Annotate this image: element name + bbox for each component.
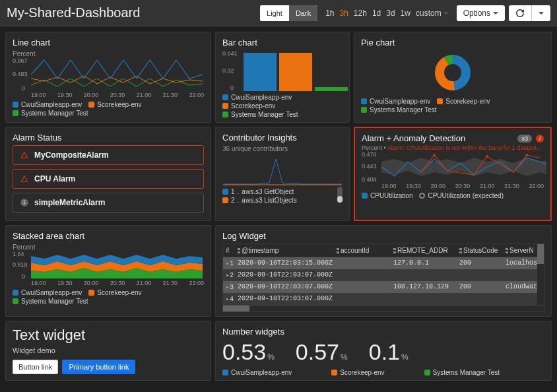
range-12h[interactable]: 12h <box>354 9 367 18</box>
legend-swatch <box>222 112 228 117</box>
horizontal-scrollbar[interactable] <box>223 305 544 311</box>
info-icon[interactable]: i <box>536 135 544 143</box>
xtick: 21:00 <box>480 183 495 189</box>
widget-title: Log Widget <box>222 231 544 241</box>
legend-label: CwuiSampleapp-env <box>231 369 292 376</box>
legend-swatch <box>13 102 18 108</box>
theme-light-button[interactable]: Light <box>260 5 289 21</box>
alarm-item[interactable]: CPU Alarm <box>13 169 204 189</box>
xtick: 21:30 <box>504 183 519 189</box>
refresh-button[interactable] <box>509 5 532 21</box>
legend-item[interactable]: CwuiSampleapp-env <box>222 369 292 376</box>
options-button[interactable]: Options <box>457 5 505 21</box>
widget-title: Bar chart <box>222 38 343 48</box>
legend-swatch <box>88 102 94 108</box>
svg-point-12 <box>486 155 488 158</box>
theme-dark-button[interactable]: Dark <box>289 5 317 21</box>
range-1w[interactable]: 1w <box>401 9 410 18</box>
legend-item[interactable]: CwuiSampleapp-env <box>222 94 292 101</box>
legend-item[interactable]: Systems Manager Test <box>13 110 88 117</box>
ytick: 0.32 <box>222 67 234 74</box>
ytick: 0.483 <box>13 71 28 77</box>
legend-swatch <box>361 98 367 104</box>
legend-swatch <box>331 370 337 376</box>
legend-item[interactable]: CPUUtilization (expected) <box>419 192 504 199</box>
refresh-icon <box>515 9 525 18</box>
legend-item[interactable]: Systems Manager Test <box>222 111 298 118</box>
legend-item[interactable]: 1.aws.s3 GetObject <box>222 188 297 195</box>
legend-item[interactable]: 2.aws.s3 ListObjects <box>222 197 297 204</box>
scrollbar-thumb <box>537 244 544 264</box>
xtick: 20:30 <box>455 183 471 189</box>
xtick: 21:30 <box>163 280 178 286</box>
col-remote-addr[interactable]: REMOTE_ADDR <box>391 244 457 257</box>
line-chart-svg <box>31 59 203 90</box>
ytick: 0.641 <box>222 50 238 57</box>
ytick: 0.478 <box>362 151 377 158</box>
sort-icon <box>337 248 339 253</box>
legend-swatch <box>222 103 228 109</box>
legend-label: CwuiSampleapp-env <box>231 94 292 101</box>
legend-item[interactable]: Systems Manager Test <box>424 369 500 376</box>
legend: CwuiSampleapp-env Scorekeep-env Systems … <box>222 94 343 118</box>
col-accountid[interactable]: accountId <box>334 244 391 257</box>
legend-label: Scorekeep-env <box>340 369 384 376</box>
text-widget: Text widget Widget demo Button link Prim… <box>5 321 211 381</box>
stacked-area-svg <box>31 252 203 278</box>
xtick: 22:00 <box>529 183 544 189</box>
range-custom-label: custom <box>416 9 442 18</box>
range-3h[interactable]: 3h <box>340 9 348 18</box>
button-link[interactable]: Button link <box>13 360 58 374</box>
legend-item[interactable]: Systems Manager Test <box>13 298 88 305</box>
legend-item[interactable]: Systems Manager Test <box>361 106 437 114</box>
alarm-icon <box>20 174 29 183</box>
legend-item[interactable]: Scorekeep-env <box>222 102 275 110</box>
legend: CwuiSampleapp-env Scorekeep-env Systems … <box>361 98 544 114</box>
caret-down-icon <box>493 12 498 15</box>
legend-swatch <box>88 290 94 296</box>
legend-item[interactable]: CwuiSampleapp-env <box>13 101 82 108</box>
legend-item[interactable]: CPUUtilization <box>362 192 412 199</box>
legend: CwuiSampleapp-env Scorekeep-env Systems … <box>13 101 204 117</box>
ci-scrollbar[interactable] <box>337 187 343 203</box>
legend-swatch <box>13 298 18 304</box>
col-timestamp[interactable]: @timestamp <box>235 244 334 257</box>
theme-toggle: Light Dark <box>260 5 317 21</box>
range-1h[interactable]: 1h <box>325 9 334 18</box>
legend-label: CPUUtilization <box>370 192 412 199</box>
refresh-interval-button[interactable] <box>532 5 550 21</box>
alarm-item[interactable]: simpleMetricAlarm <box>13 193 204 212</box>
table-row[interactable]: ▸3 2020-09-10T22:03:07.000Z100.127.10.12… <box>223 281 544 293</box>
alarm-item[interactable]: MyCompositeAlarm <box>13 145 204 165</box>
col-statuscode[interactable]: StatusCode <box>457 244 503 257</box>
legend-item[interactable]: Scorekeep-env <box>331 369 384 376</box>
widget-title: Line chart <box>13 38 204 48</box>
pie-chart-widget: Pie chart CwuiSampleapp-env Scorekeep-en… <box>354 32 552 123</box>
sort-icon <box>393 248 396 253</box>
table-row[interactable]: ▸1 2020-09-10T22:03:15.000Z127.0.0.1200l… <box>223 257 544 269</box>
legend-item[interactable]: CwuiSampleapp-env <box>13 289 82 296</box>
stacked-area-widget: Stacked area chart Percent 1.64 0.818 0 … <box>5 225 211 317</box>
range-custom[interactable]: custom <box>416 9 449 18</box>
ci-chart-svg <box>222 154 343 185</box>
table-row[interactable]: ▸4 2020-09-10T22:03:07.000Z <box>223 293 544 305</box>
log-table: # @timestamp accountId REMOTE_ADDR Statu… <box>222 244 544 312</box>
range-1d[interactable]: 1d <box>372 9 381 18</box>
legend-item[interactable]: Scorekeep-env <box>437 98 490 105</box>
table-row[interactable]: ▸2 2020-09-10T22:03:07.000Z <box>223 269 544 281</box>
legend-item[interactable]: Scorekeep-env <box>88 101 141 108</box>
ytick: 0.967 <box>13 57 28 64</box>
xtick: 19:30 <box>406 183 421 189</box>
alarm-icon <box>20 150 29 160</box>
legend-item[interactable]: Scorekeep-env <box>88 289 141 296</box>
primary-button-link[interactable]: Primary button link <box>62 360 135 374</box>
ytick: 0 <box>22 273 25 280</box>
range-3d[interactable]: 3d <box>386 9 395 18</box>
caret-down-icon <box>443 12 449 15</box>
legend-item[interactable]: CwuiSampleapp-env <box>361 98 430 105</box>
svg-rect-10 <box>24 203 25 204</box>
vertical-scrollbar[interactable] <box>537 244 544 305</box>
svg-rect-2 <box>279 53 312 91</box>
sort-icon <box>238 248 240 253</box>
col-expand[interactable]: # <box>223 244 235 257</box>
